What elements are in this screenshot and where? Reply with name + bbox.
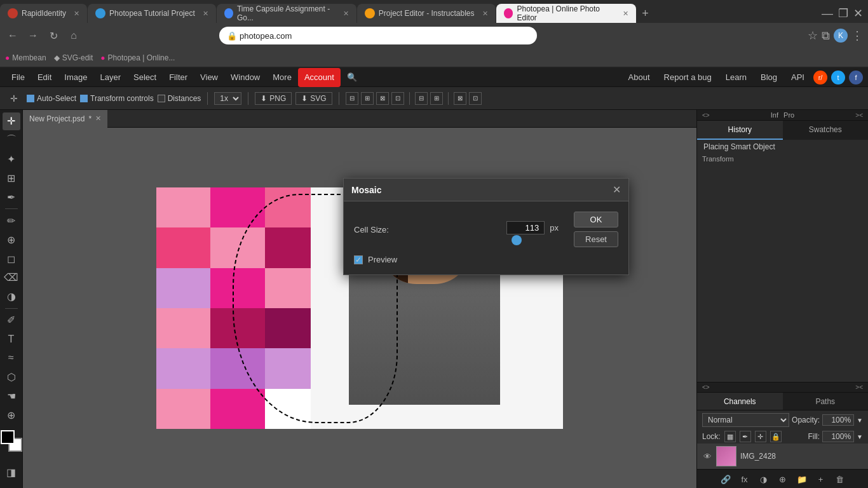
preview-checkbox[interactable]: ✓ <box>354 255 363 264</box>
menu-learn[interactable]: Learn <box>721 72 752 82</box>
menu-file[interactable]: File <box>5 68 31 87</box>
star-icon[interactable]: ☆ <box>808 29 818 43</box>
stamp-tool[interactable]: ⊕ <box>3 231 20 248</box>
url-bar[interactable]: 🔒 photopea.com <box>219 27 537 44</box>
menu-filter[interactable]: Filter <box>163 68 194 87</box>
facebook-icon[interactable]: f <box>849 71 863 85</box>
close-icon[interactable]: ✕ <box>853 6 863 20</box>
menu-view[interactable]: View <box>194 68 224 87</box>
export-png-button[interactable]: ⬇ PNG <box>255 92 292 105</box>
zoom-tool[interactable]: ⊕ <box>3 406 20 424</box>
menu-layer[interactable]: Layer <box>94 68 128 87</box>
color-swap[interactable] <box>1 430 22 452</box>
shape-tool[interactable]: ⬡ <box>3 368 20 386</box>
canvas-tab-project[interactable]: New Project.psd * ✕ <box>23 110 107 128</box>
canvas-tab-close[interactable]: ✕ <box>95 114 101 123</box>
dialog-close-button[interactable]: ✕ <box>613 184 621 196</box>
hand-tool[interactable]: ☚ <box>3 387 20 405</box>
tab-photopea-active[interactable]: Photopea | Online Photo Editor ✕ <box>496 4 636 23</box>
wand-tool[interactable]: ✦ <box>3 151 20 168</box>
tab-close[interactable]: ✕ <box>482 10 488 18</box>
menu-search[interactable]: 🔍 <box>341 68 363 87</box>
minimize-icon[interactable]: — <box>822 7 833 20</box>
panel-collapse-left[interactable]: <> <box>702 112 710 119</box>
align-top-icon[interactable]: ⊡ <box>391 92 404 105</box>
tab-history[interactable]: History <box>697 121 783 140</box>
history-entry-placing[interactable]: Placing Smart Object <box>697 140 868 154</box>
bookmark-membean[interactable]: ● Membean <box>5 53 46 62</box>
tab-time-capsule[interactable]: Time Capsule Assignment - Go... ✕ <box>217 4 356 23</box>
align-center-h-icon[interactable]: ⊞ <box>361 92 374 105</box>
ok-button[interactable]: OK <box>574 212 618 227</box>
lasso-tool[interactable]: ⌒ <box>3 132 20 149</box>
more-icon[interactable]: ⋮ <box>851 29 863 43</box>
lock-move[interactable]: ✛ <box>755 431 766 442</box>
menu-blog[interactable]: Blog <box>756 72 782 82</box>
text-tool[interactable]: T <box>3 330 20 348</box>
fill-input[interactable] <box>822 431 854 442</box>
fill-dropdown-arrow[interactable]: ▼ <box>857 433 863 440</box>
zoom-select[interactable]: 1x <box>214 92 241 105</box>
crop-tool[interactable]: ⊞ <box>3 170 20 187</box>
panel-mid-expand[interactable]: >< <box>855 384 863 391</box>
tab-rapididentity[interactable]: RapidIdentity ✕ <box>0 4 87 23</box>
menu-more[interactable]: More <box>266 68 298 87</box>
move-tool-icon[interactable]: ✛ <box>5 90 23 107</box>
fx-icon[interactable]: fx <box>738 472 752 486</box>
reset-button[interactable]: Reset <box>574 231 618 247</box>
cell-size-value-input[interactable] <box>506 221 545 234</box>
tab-project-editor[interactable]: Project Editor - Instructables ✕ <box>357 4 496 23</box>
foreground-color[interactable] <box>1 430 15 444</box>
slider-thumb[interactable] <box>512 235 522 245</box>
align-left-icon[interactable]: ⊟ <box>346 92 358 105</box>
move-tool[interactable]: ✛ <box>3 112 20 130</box>
layer-item-img2428[interactable]: 👁 IMG_2428 <box>697 444 868 469</box>
distances-checkbox[interactable]: Distances <box>158 94 201 103</box>
export-svg-button[interactable]: ⬇ SVG <box>295 92 332 105</box>
transform-controls-checkbox[interactable]: Transform controls <box>80 94 154 103</box>
link-layers-icon[interactable]: 🔗 <box>719 472 733 486</box>
tab-photopea-tutorial[interactable]: Photopea Tutorial Project ✕ <box>88 4 216 23</box>
menu-about[interactable]: About <box>623 72 655 82</box>
home-button[interactable]: ⌂ <box>66 28 81 43</box>
group-icon[interactable]: ⊠ <box>454 92 466 105</box>
menu-api[interactable]: API <box>786 72 810 82</box>
distribute-v-icon[interactable]: ⊞ <box>430 92 443 105</box>
profile-k-icon[interactable]: K <box>834 29 848 43</box>
tab-close[interactable]: ✕ <box>343 10 349 18</box>
extension-icon[interactable]: ⧉ <box>822 29 830 43</box>
folder-icon[interactable]: 📁 <box>795 472 809 486</box>
tab-channels[interactable]: Channels <box>697 393 783 410</box>
tab-close[interactable]: ✕ <box>203 10 208 18</box>
back-button[interactable]: ← <box>5 28 20 43</box>
reload-button[interactable]: ↻ <box>46 28 61 43</box>
link-icon[interactable]: ⊡ <box>469 92 482 105</box>
forward-button[interactable]: → <box>25 28 41 43</box>
twitter-icon[interactable]: t <box>831 71 845 85</box>
brush-tool[interactable]: ✏ <box>3 212 20 229</box>
lock-brush[interactable]: ✒ <box>740 431 751 442</box>
eyedropper-tool[interactable]: ✒ <box>3 189 20 207</box>
auto-select-checkbox[interactable]: Auto-Select <box>27 94 76 103</box>
tab-paths[interactable]: Paths <box>783 393 869 410</box>
tab-swatches[interactable]: Swatches <box>783 121 869 140</box>
new-layer-icon[interactable]: + <box>814 472 828 486</box>
bucket-tool[interactable]: ⌫ <box>3 269 20 287</box>
layer-visibility-toggle[interactable]: 👁 <box>702 451 712 461</box>
opacity-input[interactable] <box>822 414 854 426</box>
blend-mode-select[interactable]: Normal <box>702 413 789 427</box>
tab-close[interactable]: ✕ <box>74 10 79 18</box>
tab-close[interactable]: ✕ <box>623 10 628 18</box>
lock-all[interactable]: 🔒 <box>770 431 782 442</box>
menu-edit[interactable]: Edit <box>31 68 58 87</box>
adjustment-icon[interactable]: ⊕ <box>776 472 790 486</box>
eraser-tool[interactable]: ◻ <box>3 250 20 268</box>
menu-account[interactable]: Account <box>298 68 341 87</box>
smudge-tool[interactable]: ≈ <box>3 349 20 367</box>
new-tab-button[interactable]: + <box>637 4 654 22</box>
menu-select[interactable]: Select <box>127 68 163 87</box>
opacity-dropdown-arrow[interactable]: ▼ <box>857 417 863 424</box>
menu-report-bug[interactable]: Report a bug <box>659 72 717 82</box>
quick-mask-btn[interactable]: ◨ <box>3 463 20 481</box>
mask-icon[interactable]: ◑ <box>757 472 771 486</box>
